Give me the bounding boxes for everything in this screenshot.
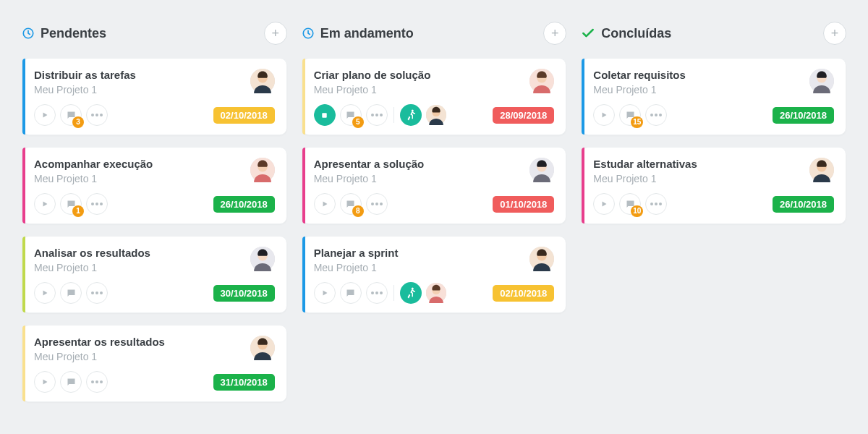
task-card[interactable]: Planejar a sprint Meu Projeto 1 02/10/20… [302,236,567,313]
task-card[interactable]: Apresentar a solução Meu Projeto 1 8 01/… [302,147,567,224]
card-title: Apresentar os resultados [34,336,165,348]
svg-point-48 [659,114,662,116]
column-pending: Pendentes + Distribuir as tarefas Meu Pr… [22,22,287,414]
due-date: 28/09/2018 [493,107,554,124]
comments-button[interactable]: 5 [340,104,362,126]
card-actions: 10 [593,193,667,215]
card-actions: 15 [593,104,667,126]
card-actions: 3 [34,104,108,126]
task-card[interactable]: Criar plano de solução Meu Projeto 1 5 2… [302,58,567,135]
card-stripe [22,237,25,312]
card-footer: 1 26/10/2018 [34,193,275,215]
due-date: 26/10/2018 [213,196,275,213]
card-title: Acompanhar execução [34,158,153,170]
assignee-list [426,283,446,303]
comments-button[interactable]: 10 [619,193,641,215]
card-text: Acompanhar execução Meu Projeto 1 [34,158,153,184]
play-button[interactable] [593,104,615,126]
owner-avatar [250,336,275,360]
play-button[interactable] [34,282,56,304]
svg-point-38 [371,292,374,294]
task-card[interactable]: Coletar requisitos Meu Projeto 1 15 26/1… [581,58,846,135]
due-date: 26/10/2018 [773,196,834,213]
card-header: Distribuir as tarefas Meu Projeto 1 [34,69,275,95]
task-card[interactable]: Acompanhar execução Meu Projeto 1 1 26/1… [22,147,287,224]
svg-point-47 [655,114,658,116]
assignee-avatar [426,283,446,303]
svg-point-35 [380,203,383,205]
add-card-button[interactable]: + [543,22,566,45]
assignee-avatar [426,105,446,125]
play-button[interactable] [314,193,336,215]
play-button[interactable] [593,193,615,215]
card-footer: 30/10/2018 [34,282,275,304]
play-button[interactable] [34,193,56,215]
more-button[interactable] [645,104,667,126]
more-button[interactable] [86,282,108,304]
comments-button[interactable]: 8 [340,193,362,215]
column-title-wrap: Pendentes [22,26,106,41]
task-card[interactable]: Distribuir as tarefas Meu Projeto 1 3 02… [22,58,287,135]
card-stripe [22,326,25,401]
add-card-button[interactable]: + [264,22,287,45]
svg-point-25 [371,114,374,116]
card-project: Meu Projeto 1 [314,262,399,273]
svg-point-8 [91,203,94,205]
svg-point-3 [91,114,94,116]
task-card[interactable]: Analisar os resultados Meu Projeto 1 30/… [22,236,287,313]
comment-count-badge: 1 [72,205,84,217]
card-text: Coletar requisitos Meu Projeto 1 [593,69,686,95]
comments-button[interactable] [60,282,82,304]
more-button[interactable] [86,371,108,393]
svg-point-19 [95,380,98,383]
card-header: Criar plano de solução Meu Projeto 1 [314,69,555,95]
more-button[interactable] [86,193,108,215]
task-card[interactable]: Apresentar os resultados Meu Projeto 1 3… [22,325,287,402]
comments-button[interactable]: 3 [60,104,82,126]
play-button[interactable] [34,104,56,126]
due-date: 30/10/2018 [213,285,275,302]
owner-avatar [529,69,554,93]
comments-button[interactable] [340,282,362,304]
add-card-button[interactable]: + [823,22,846,45]
play-button[interactable] [314,282,336,304]
comments-button[interactable]: 1 [60,193,82,215]
column-header: Em andamento + [302,22,567,45]
comments-button[interactable] [60,371,82,393]
card-list: Coletar requisitos Meu Projeto 1 15 26/1… [581,58,846,224]
more-button[interactable] [86,104,108,126]
card-project: Meu Projeto 1 [34,173,153,184]
card-title: Apresentar a solução [314,158,425,170]
due-date: 02/10/2018 [493,285,554,302]
running-icon [400,282,422,304]
comment-count-badge: 8 [352,205,364,217]
card-stripe [302,237,305,312]
svg-point-4 [95,114,98,116]
more-button[interactable] [645,193,667,215]
svg-point-18 [91,380,94,383]
due-date: 02/10/2018 [213,107,275,124]
more-button[interactable] [366,282,388,304]
stop-button[interactable] [314,104,336,126]
task-card[interactable]: Estudar alternativas Meu Projeto 1 10 26… [581,147,846,224]
owner-avatar [529,158,554,182]
card-stripe [302,59,305,135]
card-header: Acompanhar execução Meu Projeto 1 [34,158,275,184]
card-stripe [582,148,584,224]
column-title-wrap: Concluídas [581,26,671,41]
card-list: Criar plano de solução Meu Projeto 1 5 2… [302,58,567,313]
card-actions [34,371,108,393]
card-title: Analisar os resultados [34,247,150,259]
card-stripe [22,59,25,135]
card-title: Criar plano de solução [314,69,431,81]
card-title: Coletar requisitos [593,69,686,81]
comments-button[interactable]: 15 [619,104,641,126]
card-project: Meu Projeto 1 [34,351,165,362]
more-button[interactable] [366,104,388,126]
card-actions: 8 [314,193,388,215]
play-button[interactable] [34,371,56,393]
more-button[interactable] [366,193,388,215]
svg-point-5 [100,114,103,116]
owner-avatar [250,247,275,271]
card-header: Coletar requisitos Meu Projeto 1 [593,69,834,95]
